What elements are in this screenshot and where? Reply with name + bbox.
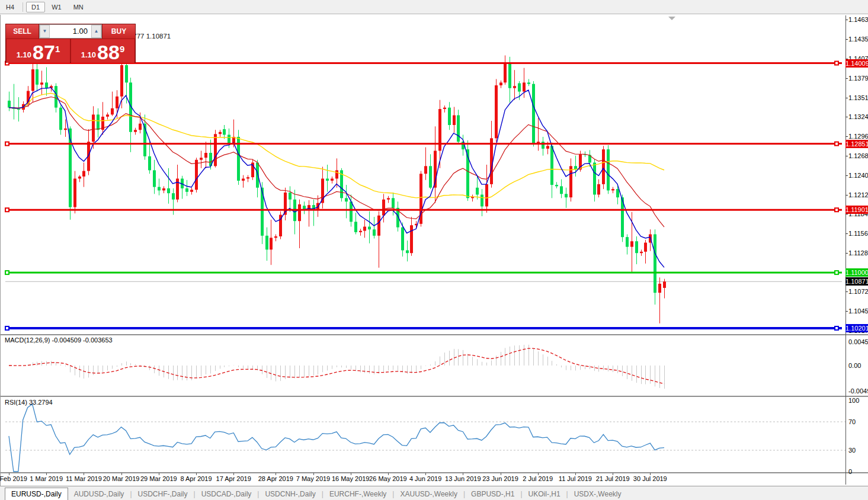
volume-input[interactable]: 1.00 — [50, 25, 91, 38]
price-axis-label: 1.11565 — [848, 230, 868, 237]
price-axis-label: 1.10725 — [848, 288, 868, 295]
price-axis-tick — [845, 39, 848, 40]
date-axis-label: 1 Mar 2019 — [30, 475, 63, 482]
price-axis-label: 1.11285 — [848, 249, 868, 257]
timeframe-toolbar: H4D1W1MN — [0, 0, 868, 14]
date-axis-tick — [84, 473, 84, 475]
volume-decrease-button[interactable]: ▼ — [40, 25, 50, 38]
rsi-axis-label: 30 — [848, 447, 856, 454]
date-axis-tick — [276, 473, 276, 475]
date-axis-label: 17 Apr 2019 — [216, 475, 251, 482]
hline-price-badge: 1.14009 — [845, 59, 868, 68]
chart-tab-gbpusd[interactable]: GBPUSD-,H1 — [465, 488, 520, 500]
date-axis-label: 29 Mar 2019 — [140, 475, 177, 482]
date-axis-label: 8 Apr 2019 — [180, 475, 212, 482]
chart-tab-usdchf[interactable]: USDCHF-,Daily — [132, 488, 194, 500]
price-axis-label: 1.13515 — [848, 94, 868, 101]
date-axis-tick — [501, 473, 501, 475]
timeframe-button-w1[interactable]: W1 — [46, 2, 67, 12]
chart-tab-audusd[interactable]: AUDUSD-,Daily — [68, 488, 130, 500]
date-axis-tick — [463, 473, 463, 475]
price-axis-tick — [845, 233, 848, 234]
hline-price-badge: 1.12851 — [845, 140, 868, 148]
date-axis-label: 28 Apr 2019 — [258, 475, 293, 482]
price-axis-label: 1.10450 — [848, 307, 868, 315]
rsi-axis-label: 100 — [848, 397, 859, 404]
date-axis-tick — [538, 473, 539, 475]
date-axis-label: 16 May 2019 — [332, 475, 370, 482]
macd-axis-label: 0.004524 — [848, 338, 868, 345]
price-axis-label: 1.13240 — [848, 113, 868, 120]
date-axis-label: 2 Jul 2019 — [523, 475, 553, 482]
macd-axis-label: -0.00494 — [848, 387, 868, 395]
price-axis-tick — [845, 98, 848, 98]
mt4-terminal: H4D1W1MN ▲ EURUSD-,Daily 1.10780 1.10956… — [0, 0, 868, 500]
date-axis-tick — [388, 473, 389, 475]
timeframe-button-h4[interactable]: H4 — [1, 2, 20, 12]
price-axis-tick — [845, 253, 848, 254]
timeframe-button-mn[interactable]: MN — [68, 2, 89, 12]
volume-spinner: ▼ 1.00 ▲ — [39, 24, 102, 39]
price-axis-tick — [845, 136, 848, 137]
date-axis-label: 4 Jun 2019 — [409, 475, 441, 482]
macd-label: MACD(12,26,9) -0.004509 -0.003653 — [5, 336, 113, 344]
price-axis-label: 1.12960 — [848, 133, 868, 140]
price-axis-line — [845, 15, 846, 485]
hline-price-badge: 1.11901 — [845, 206, 868, 214]
chart-tab-usdx[interactable]: USDX-,Weekly — [568, 488, 627, 500]
buy-price-display[interactable]: 1.10 88 9 — [71, 39, 134, 63]
date-axis-tick — [196, 473, 197, 475]
price-axis-tick — [845, 175, 848, 176]
date-axis-tick — [46, 473, 47, 475]
date-axis-tick — [233, 473, 234, 475]
rsi-axis-label: 0 — [848, 468, 852, 475]
one-click-trading-panel: SELL ▼ 1.00 ▲ BUY 1.10 87 1 1.10 88 9 — [5, 24, 136, 63]
buy-button[interactable]: BUY — [102, 24, 135, 39]
rsi-panel-separator[interactable] — [1, 396, 868, 398]
price-axis-tick — [845, 291, 848, 292]
price-axis-label: 1.14635 — [848, 16, 868, 23]
date-axis-tick — [351, 473, 351, 475]
hline-price-badge: 1.10201 — [845, 324, 868, 332]
date-axis-separator — [1, 472, 868, 474]
timeframe-button-d1[interactable]: D1 — [26, 2, 45, 12]
sell-price-display[interactable]: 1.10 87 1 — [7, 39, 70, 63]
price-axis-label: 1.12400 — [848, 172, 868, 179]
hline-price-badge: 1.11000 — [845, 268, 868, 277]
bid-price-badge: 1.10871 — [845, 277, 868, 286]
date-axis-tick — [575, 473, 576, 475]
volume-increase-button[interactable]: ▲ — [91, 25, 101, 38]
date-axis-label: 7 May 2019 — [296, 475, 330, 482]
chart-tab-usdcnh[interactable]: USDCNH-,Daily — [259, 488, 321, 500]
chart-tab-usdcad[interactable]: USDCAD-,Daily — [196, 488, 258, 500]
buy-price-pip: 9 — [120, 44, 124, 54]
price-axis-tick — [845, 156, 848, 156]
date-axis-label: 11 Jul 2019 — [559, 475, 592, 482]
date-axis-label: 13 Jun 2019 — [445, 475, 481, 482]
macd-panel-separator[interactable] — [1, 334, 868, 336]
chart-tab-eurusd[interactable]: EURUSD-,Daily — [5, 488, 68, 500]
date-axis-tick — [613, 473, 613, 475]
price-axis-label: 1.14355 — [848, 36, 868, 43]
price-axis-tick — [845, 117, 848, 117]
price-axis-tick — [845, 20, 848, 20]
price-axis-label: 1.13795 — [848, 75, 868, 82]
date-axis-label: 30 Jul 2019 — [633, 475, 667, 482]
sell-price-big: 87 — [33, 43, 55, 61]
sell-price-pip: 1 — [55, 44, 60, 54]
price-axis-label: 1.12680 — [848, 152, 868, 159]
rsi-axis-label: 70 — [848, 418, 856, 425]
buy-price-big: 88 — [97, 43, 120, 61]
date-axis-label: 20 Feb 2019 — [0, 475, 27, 482]
chart-tab-ukoil[interactable]: UKOil-,H1 — [523, 488, 566, 500]
price-axis-label: 1.12120 — [848, 191, 868, 198]
chart-tab-eurchf[interactable]: EURCHF-,Weekly — [324, 488, 392, 500]
toolbar-separator — [23, 2, 23, 12]
chart-tab-xauusd[interactable]: XAUUSD-,Weekly — [394, 488, 463, 500]
sell-button[interactable]: SELL — [6, 24, 39, 39]
rsi-label: RSI(14) 33.2794 — [5, 399, 53, 406]
date-axis-label: 26 May 2019 — [369, 475, 407, 482]
chart-window: ▲ EURUSD-,Daily 1.10780 1.10956 1.10777 … — [0, 15, 868, 486]
chart-shift-marker-icon[interactable] — [668, 17, 675, 20]
date-axis-label: 23 Jun 2019 — [482, 475, 518, 482]
